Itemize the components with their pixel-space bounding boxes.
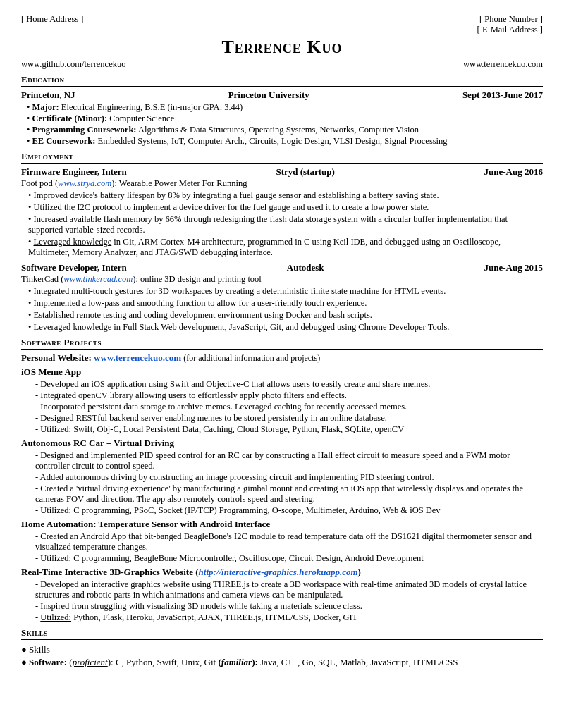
job1-subtitle: Foot pod (www.stryd.com): Wearable Power… xyxy=(21,178,543,189)
rc-bullet4: Utilized: C programming, PSoC, Socket (I… xyxy=(35,505,543,516)
home-bullet1: Created an Android App that bit-banged B… xyxy=(35,531,543,553)
employment-section-title: Employment xyxy=(21,151,543,164)
project-home-name: Home Automation: Temperature Sensor with… xyxy=(21,519,543,530)
email-text: [ E-Mail Address ] xyxy=(477,25,543,35)
website-link[interactable]: www.terrencekuo.com xyxy=(463,59,543,70)
job1-company: Stryd (startup) xyxy=(276,166,334,178)
personal-website-note: (for additional information and projects… xyxy=(183,353,320,363)
3d-bullet1: Developed an interactive graphics websit… xyxy=(35,579,543,600)
phone-text: [ Phone Number ] xyxy=(477,14,543,25)
edu-major: Major: Electrical Engineering, B.S.E (in… xyxy=(27,102,543,113)
job2-subtitle: TinkerCad (www.tinkercad.com): online 3D… xyxy=(21,274,543,285)
job1-date: June-Aug 2016 xyxy=(484,166,543,178)
ios-bullet1: Developed an iOS application using Swift… xyxy=(35,379,543,390)
edu-ee: EE Coursework: Embedded Systems, IoT, Co… xyxy=(27,136,543,147)
ios-bullet4: Designed RESTful backend server enabling… xyxy=(35,413,543,424)
job1-bullet1: Improved device's battery lifespan by 8%… xyxy=(28,190,543,201)
address-text: [ Home Address ] xyxy=(21,14,84,24)
job2-date: June-Aug 2015 xyxy=(484,262,543,273)
ios-bullet5: Utilized: Swift, Obj-C, Local Persistent… xyxy=(35,424,543,435)
education-list: Major: Electrical Engineering, B.S.E (in… xyxy=(21,102,543,147)
header-address: [ Home Address ] xyxy=(21,14,84,25)
stryd-link[interactable]: www.stryd.com xyxy=(58,178,111,188)
skills-label: Skills xyxy=(29,644,50,655)
project-3d-name: Real-Time Interactive 3D-Graphics Websit… xyxy=(21,567,543,578)
rc-bullet3: Created a 'virtual driving experience' b… xyxy=(35,483,543,505)
project-3d-bullets: Developed an interactive graphics websit… xyxy=(21,579,543,623)
edu-school: Princeton University xyxy=(228,90,309,101)
job1-bullet2: Utilized the I2C protocol to implement a… xyxy=(28,202,543,213)
tinkercad-link[interactable]: www.tinkercad.com xyxy=(63,274,133,284)
software-skills-line: ● Software: (proficient): C, Python, Swi… xyxy=(21,657,543,668)
edu-location: Princeton, NJ xyxy=(21,90,75,101)
job1-header: Firmware Engineer, Intern Stryd (startup… xyxy=(21,166,543,178)
github-link[interactable]: www.github.com/terrencekuo xyxy=(21,59,125,70)
job2-bullet2: Implemented a low-pass and smoothing fun… xyxy=(28,298,543,309)
edu-date: Sept 2013-June 2017 xyxy=(462,90,543,101)
edu-programming: Programming Coursework: Algorithms & Dat… xyxy=(27,125,543,135)
skills-section-title: Skills xyxy=(21,627,543,640)
project-home-bullets: Created an Android App that bit-banged B… xyxy=(21,531,543,564)
job2-bullets: Integrated multi-touch gestures for 3D w… xyxy=(21,286,543,333)
education-header: Princeton, NJ Princeton University Sept … xyxy=(21,90,543,101)
job1-bullets: Improved device's battery lifespan by 8%… xyxy=(21,190,543,258)
home-bullet2: Utilized: C programming, BeagleBone Micr… xyxy=(35,553,543,564)
job2-title: Software Developer, Intern xyxy=(21,262,127,273)
personal-website-label: Personal Website: xyxy=(21,352,92,363)
education-section-title: Education xyxy=(21,74,543,87)
header-contact: [ Phone Number ] [ E-Mail Address ] xyxy=(477,14,543,35)
project-rc-name: Autonomous RC Car + Virtual Driving xyxy=(21,438,543,449)
candidate-name: Terrence Kuo xyxy=(21,37,543,58)
project-ios-name: iOS Meme App xyxy=(21,366,543,378)
skills-header-line: ● Skills xyxy=(21,644,543,655)
project-rc-bullets: Designed and implemented PID speed contr… xyxy=(21,450,543,516)
skills-content: ● Skills ● Software: (proficient): C, Py… xyxy=(21,644,543,668)
header: [ Home Address ] [ Phone Number ] [ E-Ma… xyxy=(21,14,543,35)
personal-website-link[interactable]: www.terrencekuo.com xyxy=(94,352,181,363)
rc-bullet2: Added autonomous driving by constructing… xyxy=(35,472,543,483)
job1-bullet4: Leveraged knowledge in Git, ARM Cortex-M… xyxy=(28,237,543,258)
edu-minor: Certificate (Minor): Computer Science xyxy=(27,113,543,124)
education-details: Major: Electrical Engineering, B.S.E (in… xyxy=(21,102,543,147)
job2-bullet4: Leveraged knowledge in Full Stack Web de… xyxy=(28,322,543,333)
job1-title: Firmware Engineer, Intern xyxy=(21,166,127,178)
graphics-link[interactable]: http://interactive-graphics.herokuapp.co… xyxy=(199,567,358,577)
job2-header: Software Developer, Intern Autodesk June… xyxy=(21,262,543,273)
job2-company: Autodesk xyxy=(287,262,324,273)
3d-bullet3: Utilized: Python, Flask, Heroku, JavaScr… xyxy=(35,612,543,623)
job2-bullet3: Established remote testing and coding de… xyxy=(28,310,543,321)
ios-bullet3: Incorporated persistent data storage to … xyxy=(35,402,543,412)
ios-bullet2: Integrated openCV library allowing users… xyxy=(35,390,543,401)
projects-section-title: Software Projects xyxy=(21,337,543,350)
3d-bullet2: Inspired from struggling with visualizin… xyxy=(35,601,543,612)
header-links: www.github.com/terrencekuo www.terrencek… xyxy=(21,59,543,70)
project-ios-bullets: Developed an iOS application using Swift… xyxy=(21,379,543,435)
job1-bullet3: Increased available flash memory by 66% … xyxy=(28,214,543,235)
personal-website-line: Personal Website: www.terrencekuo.com (f… xyxy=(21,352,543,364)
rc-bullet1: Designed and implemented PID speed contr… xyxy=(35,450,543,471)
job2-bullet1: Integrated multi-touch gestures for 3D w… xyxy=(28,286,543,297)
